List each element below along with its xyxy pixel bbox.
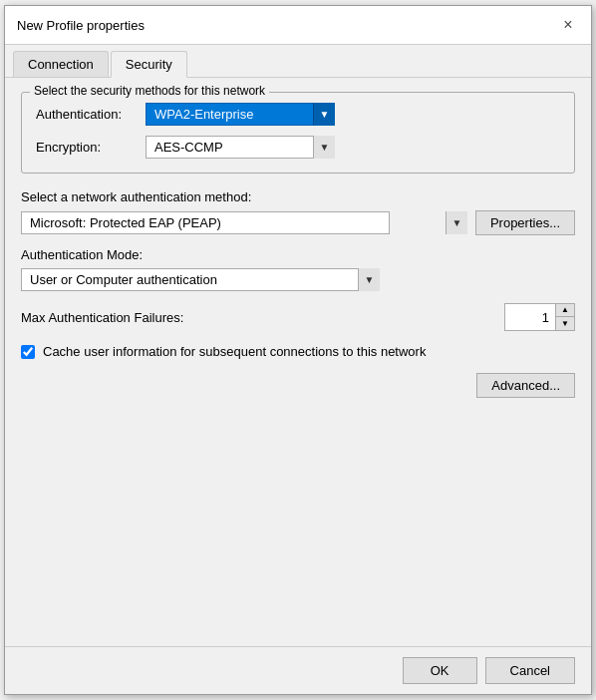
network-auth-section: Select a network authentication method: … xyxy=(21,189,575,235)
auth-mode-select[interactable]: User or Computer authentication xyxy=(21,268,380,291)
tab-bar: Connection Security xyxy=(5,45,591,78)
auth-mode-section: Authentication Mode: User or Computer au… xyxy=(21,247,575,291)
enc-label: Encryption: xyxy=(36,140,146,155)
close-button[interactable]: × xyxy=(557,14,579,36)
network-auth-arrow-icon: ▼ xyxy=(446,211,467,234)
tab-security[interactable]: Security xyxy=(111,51,187,78)
tab-connection[interactable]: Connection xyxy=(13,51,109,77)
spinner-up-button[interactable]: ▲ xyxy=(556,304,574,317)
max-auth-row: Max Authentication Failures: ▲ ▼ xyxy=(21,303,575,331)
group-legend: Select the security methods for this net… xyxy=(30,84,269,98)
title-bar: New Profile properties × xyxy=(5,6,591,45)
network-auth-label: Select a network authentication method: xyxy=(21,189,575,204)
auth-label: Authentication: xyxy=(36,107,146,122)
tab-content: Select the security methods for this net… xyxy=(5,78,591,646)
enc-select-wrapper: AES-CCMP ▼ xyxy=(146,136,335,159)
advanced-row: Advanced... xyxy=(21,373,575,398)
network-auth-select[interactable]: Microsoft: Protected EAP (PEAP) xyxy=(21,211,390,234)
auth-mode-row: User or Computer authentication ▼ xyxy=(21,268,575,291)
auth-mode-select-wrapper: User or Computer authentication ▼ xyxy=(21,268,380,291)
cache-label: Cache user information for subsequent co… xyxy=(43,343,426,361)
max-auth-input[interactable] xyxy=(505,308,555,327)
network-auth-row: Microsoft: Protected EAP (PEAP) ▼ Proper… xyxy=(21,210,575,235)
dialog-title: New Profile properties xyxy=(17,18,145,33)
advanced-button[interactable]: Advanced... xyxy=(476,373,575,398)
enc-row: Encryption: AES-CCMP ▼ xyxy=(36,136,560,159)
auth-row: Authentication: WPA2-Enterprise ▼ xyxy=(36,103,560,126)
properties-button[interactable]: Properties... xyxy=(475,210,575,235)
auth-select-wrapper: WPA2-Enterprise ▼ xyxy=(146,103,335,126)
cache-checkbox[interactable] xyxy=(21,345,35,359)
max-auth-spinner: ▲ ▼ xyxy=(504,303,575,331)
enc-select[interactable]: AES-CCMP xyxy=(146,136,335,159)
auth-mode-label: Authentication Mode: xyxy=(21,247,575,262)
cancel-button[interactable]: Cancel xyxy=(485,657,575,684)
network-auth-select-wrapper: Microsoft: Protected EAP (PEAP) ▼ xyxy=(21,211,467,234)
cache-checkbox-row: Cache user information for subsequent co… xyxy=(21,343,575,361)
security-group-box: Select the security methods for this net… xyxy=(21,92,575,174)
dialog: New Profile properties × Connection Secu… xyxy=(4,5,592,695)
auth-select[interactable]: WPA2-Enterprise xyxy=(146,103,335,126)
spinner-down-button[interactable]: ▼ xyxy=(556,317,574,330)
max-auth-label: Max Authentication Failures: xyxy=(21,310,504,325)
footer: OK Cancel xyxy=(5,646,591,694)
ok-button[interactable]: OK xyxy=(403,657,477,684)
spinner-buttons: ▲ ▼ xyxy=(555,304,574,330)
